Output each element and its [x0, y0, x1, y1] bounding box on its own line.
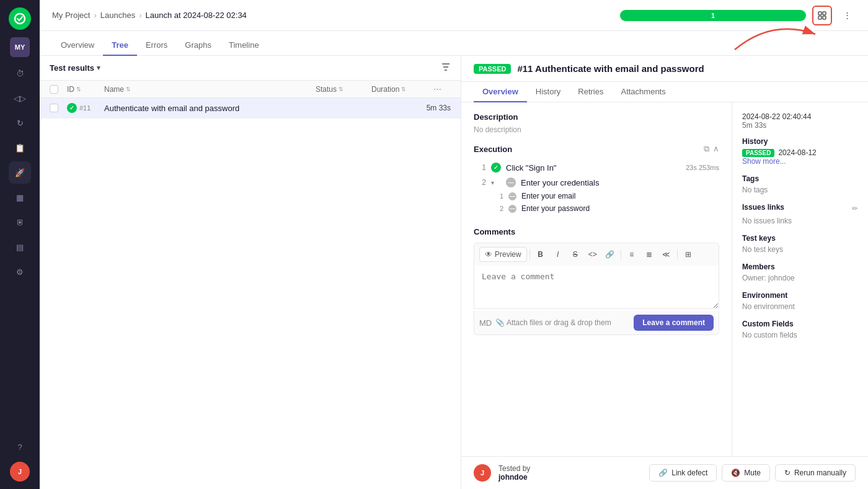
exec-sub-step-2: 2 Enter your password [491, 202, 719, 215]
environment-value: No environment [742, 302, 858, 311]
step-1-time: 23s 253ms [686, 164, 719, 171]
help-icon[interactable]: ? [9, 436, 31, 458]
bar-chart-icon[interactable]: ▦ [9, 186, 31, 209]
tab-graphs[interactable]: Graphs [176, 35, 220, 56]
collapse-step-2[interactable]: ▾ [491, 179, 501, 186]
rerun-btn[interactable]: ↻ Rerun manually [775, 464, 856, 482]
select-all-checkbox[interactable] [50, 85, 58, 94]
unordered-list-btn[interactable]: ≡ [624, 247, 640, 262]
svg-rect-1 [818, 12, 822, 15]
progress-bar: 1 [620, 10, 806, 21]
th-status[interactable]: Status ⇅ [316, 85, 371, 94]
card-icon[interactable]: ▤ [9, 236, 31, 258]
breadcrumb-sep-2: › [139, 11, 141, 20]
environment-label: Environment [742, 291, 858, 300]
mute-btn[interactable]: 🔇 Mute [722, 464, 770, 482]
name-sort-icon: ⇅ [126, 86, 131, 92]
step-1-text: Click "Sign In" [506, 163, 681, 173]
svg-rect-3 [818, 16, 822, 19]
breadcrumb-project[interactable]: My Project [52, 11, 90, 20]
dashboard-icon[interactable]: ⏱ [9, 62, 31, 84]
settings-header-icon[interactable] [812, 6, 832, 25]
panel-header: Test results ▾ [40, 56, 461, 81]
detail-tab-retries[interactable]: Retries [569, 82, 612, 102]
detail-main: Description No description Execution ⧉ ∧ [461, 102, 732, 456]
test-status-badge: PASSED [474, 64, 511, 74]
bold-btn[interactable]: B [533, 247, 549, 262]
rocket-icon[interactable]: 🚀 [9, 161, 31, 184]
row-status-icon [67, 103, 77, 113]
sub-step-2-icon [508, 205, 516, 213]
link-defect-icon: 🔗 [658, 469, 668, 477]
th-duration[interactable]: Duration ⇅ [371, 85, 433, 94]
italic-btn[interactable]: I [550, 247, 566, 262]
comment-input[interactable] [474, 266, 719, 309]
test-keys-label: Test keys [742, 234, 858, 243]
eye-icon: 👁 [485, 250, 492, 259]
th-id[interactable]: ID ⇅ [67, 85, 104, 94]
breadcrumb-launches[interactable]: Launches [100, 11, 135, 20]
filter-icon[interactable] [441, 62, 451, 74]
tested-by-label: Tested by [498, 464, 530, 473]
tested-by-name: johndoe [498, 473, 530, 482]
settings-icon[interactable]: ⚙ [9, 261, 31, 283]
th-more[interactable]: ⋯ [433, 84, 451, 94]
duration-value: 5m 33s [742, 121, 858, 130]
detail-tab-overview[interactable]: Overview [474, 82, 527, 102]
sub-step-2-text: Enter your password [521, 204, 590, 213]
panel-title[interactable]: Test results ▾ [50, 63, 100, 73]
more-options-icon[interactable]: ⋮ [838, 7, 856, 24]
header-right: 1 ⋮ [620, 6, 856, 25]
tab-overview[interactable]: Overview [52, 35, 103, 56]
table-body: #11 Authenticate with email and password… [40, 98, 461, 489]
tab-timeline[interactable]: Timeline [220, 35, 268, 56]
status-sort-icon: ⇅ [339, 86, 343, 92]
refresh-icon[interactable]: ↻ [9, 112, 31, 134]
th-name[interactable]: Name ⇅ [104, 85, 316, 94]
copy-icon[interactable]: ⧉ [704, 144, 709, 154]
history-label: History [742, 137, 858, 146]
left-panel: Test results ▾ ID ⇅ Name ⇅ [40, 56, 461, 489]
issues-edit-icon[interactable]: ✏ [852, 204, 858, 213]
show-more-link[interactable]: Show more... [742, 157, 858, 166]
preview-btn[interactable]: 👁 Preview [479, 247, 527, 262]
detail-header: PASSED #11 Authenticate with email and p… [461, 56, 868, 82]
issues-value: No issues links [742, 217, 858, 225]
table-row[interactable]: #11 Authenticate with email and password… [40, 98, 461, 119]
detail-sidebar: 2024-08-22 02:40:44 5m 33s History PASSE… [732, 102, 868, 456]
detail-tab-history[interactable]: History [527, 82, 569, 102]
table-btn[interactable]: ⊞ [680, 247, 696, 262]
link-defect-btn[interactable]: 🔗 Link defect [649, 464, 717, 482]
shield-icon[interactable]: ⛨ [9, 211, 31, 233]
toolbar-sep-3 [677, 249, 678, 259]
link-btn[interactable]: 🔗 [602, 247, 618, 262]
indent-btn[interactable]: ≪ [658, 247, 675, 262]
leave-comment-btn[interactable]: Leave a comment [634, 315, 714, 331]
detail-tab-attachments[interactable]: Attachments [612, 82, 674, 102]
exec-step-1: 1 Click "Sign In" 23s 253ms [474, 160, 719, 175]
svg-point-0 [15, 14, 25, 24]
step-2-status-icon [506, 177, 516, 187]
detail-title: #11 Authenticate with email and password [517, 63, 704, 74]
clipboard-icon[interactable]: 📋 [9, 137, 31, 159]
collapse-icon[interactable]: ∧ [713, 144, 719, 154]
toolbar-sep-1 [529, 249, 530, 259]
workspace-avatar[interactable]: MY [10, 37, 30, 57]
code-btn[interactable]: <> [585, 247, 601, 262]
exec-step-2: 2 ▾ Enter your credentials [474, 175, 719, 190]
row-checkbox[interactable] [50, 104, 67, 112]
main-content: My Project › Launches › Launch at 2024-0… [40, 0, 868, 489]
tab-tree[interactable]: Tree [103, 35, 137, 56]
strikethrough-btn[interactable]: S [567, 247, 583, 262]
app-logo[interactable] [9, 7, 31, 30]
user-avatar-sidebar[interactable]: J [10, 462, 30, 482]
custom-fields-value: No custom fields [742, 331, 858, 339]
tab-errors[interactable]: Errors [137, 35, 176, 56]
breadcrumb: My Project › Launches › Launch at 2024-0… [52, 11, 247, 20]
test-timestamp: 2024-08-22 02:40:44 5m 33s [742, 112, 858, 130]
row-select-checkbox[interactable] [50, 104, 58, 112]
code-icon[interactable]: ◁▷ [9, 87, 31, 109]
issues-header: Issues links ✏ [742, 203, 858, 214]
content-area: Test results ▾ ID ⇅ Name ⇅ [40, 56, 868, 489]
ordered-list-btn[interactable]: ≣ [641, 247, 657, 262]
